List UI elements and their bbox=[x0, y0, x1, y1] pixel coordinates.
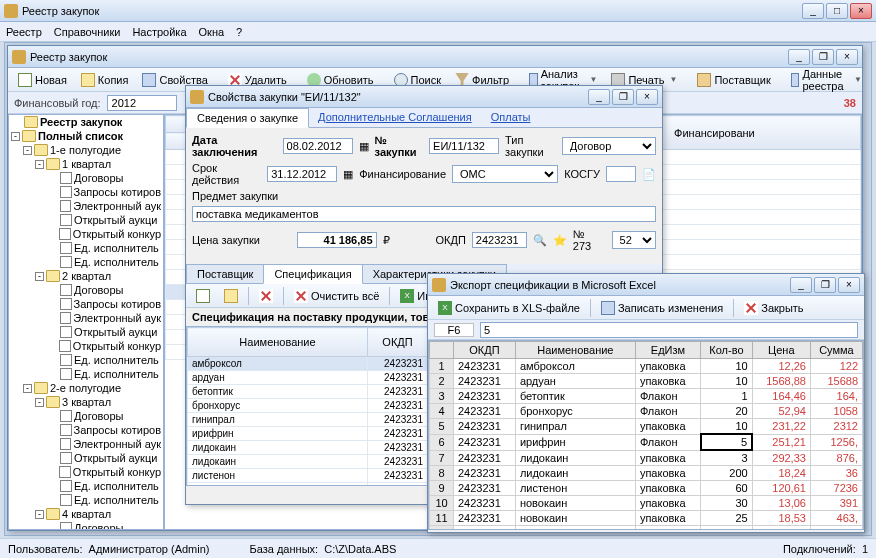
tree-node[interactable]: Ед. исполнитель bbox=[9, 353, 163, 367]
cell-qty[interactable]: 3 bbox=[701, 450, 753, 466]
expand-icon[interactable]: - bbox=[11, 132, 20, 141]
minimize-button[interactable]: _ bbox=[788, 49, 810, 65]
cell-qty[interactable]: 10 bbox=[701, 359, 753, 374]
col-qty[interactable]: Кол-во bbox=[701, 342, 753, 359]
tab-payments[interactable]: Оплаты bbox=[481, 108, 541, 127]
close-button[interactable]: × bbox=[836, 49, 858, 65]
add-row-button[interactable] bbox=[190, 286, 216, 306]
col-okdp[interactable]: ОКДП bbox=[368, 328, 428, 357]
num-input[interactable] bbox=[429, 138, 499, 154]
cell-qty[interactable]: 200 bbox=[701, 466, 753, 481]
expand-icon[interactable]: - bbox=[35, 160, 44, 169]
cell-qty[interactable]: 25 bbox=[701, 511, 753, 526]
supplier-button[interactable]: Поставщик bbox=[691, 70, 776, 90]
formula-input[interactable] bbox=[480, 322, 858, 338]
tree-node[interactable]: -1-е полугодие bbox=[9, 143, 163, 157]
col-name[interactable]: Наименование bbox=[188, 328, 368, 357]
tab-addendums[interactable]: Дополнительные Соглашения bbox=[308, 108, 482, 127]
row-header[interactable]: 9 bbox=[430, 481, 454, 496]
tab-supplier[interactable]: Поставщик bbox=[186, 264, 264, 283]
tree-node[interactable]: -Полный список bbox=[9, 129, 163, 143]
col-name[interactable]: Наименование bbox=[515, 342, 635, 359]
tab-spec[interactable]: Спецификация bbox=[263, 264, 362, 284]
tree-node[interactable]: Электронный аук bbox=[9, 311, 163, 325]
col-rownum[interactable] bbox=[430, 342, 454, 359]
table-row[interactable]: 42423231бронхорусФлакон2052,941058 bbox=[430, 404, 863, 419]
maximize-button[interactable]: □ bbox=[826, 3, 848, 19]
menu-windows[interactable]: Окна bbox=[199, 26, 225, 38]
clear-all-button[interactable]: Очистить всё bbox=[288, 286, 385, 306]
tree-node[interactable]: Ед. исполнитель bbox=[9, 479, 163, 493]
table-row[interactable]: 72423231лидокаинупаковка3292,33876, bbox=[430, 450, 863, 466]
menu-registry[interactable]: Реестр bbox=[6, 26, 42, 38]
save-xls-button[interactable]: XСохранить в XLS-файле bbox=[432, 298, 586, 318]
copy-button[interactable]: Копия bbox=[75, 70, 135, 90]
expand-icon[interactable]: - bbox=[35, 510, 44, 519]
close-export-button[interactable]: Закрыть bbox=[738, 298, 809, 318]
cell-qty[interactable]: 10 bbox=[701, 419, 753, 435]
fy-select[interactable] bbox=[107, 95, 177, 111]
close-button[interactable]: × bbox=[838, 277, 860, 293]
tree-node[interactable]: Запросы котиров bbox=[9, 185, 163, 199]
col-price[interactable]: Цена bbox=[752, 342, 810, 359]
row-header[interactable]: 3 bbox=[430, 389, 454, 404]
row-header[interactable]: 2 bbox=[430, 374, 454, 389]
lookup-icon[interactable]: 🔍 bbox=[533, 234, 547, 247]
tree-node[interactable]: Договоры bbox=[9, 409, 163, 423]
expand-icon[interactable]: - bbox=[35, 398, 44, 407]
tree-node[interactable]: Открытый конкур bbox=[9, 339, 163, 353]
tree-node[interactable]: Открытый аукци bbox=[9, 325, 163, 339]
tree-node[interactable]: Договоры bbox=[9, 171, 163, 185]
registry-tree[interactable]: Реестр закупок-Полный список-1-е полугод… bbox=[8, 114, 164, 530]
table-row[interactable]: 112423231новокаинупаковка2518,53463, bbox=[430, 511, 863, 526]
col-sum[interactable]: Сумма bbox=[810, 342, 862, 359]
table-row[interactable]: 102423231новокаинупаковка3013,06391 bbox=[430, 496, 863, 511]
tree-node[interactable]: Реестр закупок bbox=[9, 115, 163, 129]
tab-info[interactable]: Сведения о закупке bbox=[186, 108, 309, 128]
tree-node[interactable]: Электронный аук bbox=[9, 437, 163, 451]
tree-node[interactable]: Договоры bbox=[9, 283, 163, 297]
minimize-button[interactable]: _ bbox=[802, 3, 824, 19]
data-button[interactable]: Данные реестра▼ bbox=[785, 65, 868, 95]
cell-qty[interactable]: 1 bbox=[701, 389, 753, 404]
row-header[interactable]: 7 bbox=[430, 450, 454, 466]
tree-node[interactable]: -4 квартал bbox=[9, 507, 163, 521]
calendar-icon[interactable]: ▦ bbox=[343, 168, 353, 181]
tree-node[interactable]: -3 квартал bbox=[9, 395, 163, 409]
row-header[interactable]: 5 bbox=[430, 419, 454, 435]
tree-node[interactable]: Ед. исполнитель bbox=[9, 493, 163, 507]
col-okdp[interactable]: ОКДП bbox=[454, 342, 516, 359]
cell-qty[interactable]: 20 bbox=[701, 404, 753, 419]
restore-button[interactable]: ❐ bbox=[612, 89, 634, 105]
expand-icon[interactable]: - bbox=[23, 146, 32, 155]
row-header[interactable]: 11 bbox=[430, 511, 454, 526]
tree-node[interactable]: Открытый аукци bbox=[9, 213, 163, 227]
tree-node[interactable]: Ед. исполнитель bbox=[9, 367, 163, 381]
restore-button[interactable]: ❐ bbox=[812, 49, 834, 65]
subj-input[interactable] bbox=[192, 206, 656, 222]
export-grid[interactable]: ОКДП Наименование ЕдИзм Кол-во Цена Сумм… bbox=[428, 340, 864, 530]
minimize-button[interactable]: _ bbox=[588, 89, 610, 105]
delete-row-button[interactable] bbox=[253, 286, 279, 306]
type-select[interactable]: Договор bbox=[562, 137, 656, 155]
menu-ref[interactable]: Справочники bbox=[54, 26, 121, 38]
close-button[interactable]: × bbox=[636, 89, 658, 105]
tree-node[interactable]: Запросы котиров bbox=[9, 423, 163, 437]
cell-ref[interactable]: F6 bbox=[434, 323, 474, 337]
table-row[interactable]: 52423231гинипралупаковка10231,222312 bbox=[430, 419, 863, 435]
expand-icon[interactable]: - bbox=[35, 272, 44, 281]
menu-help[interactable]: ? bbox=[236, 26, 242, 38]
row-header[interactable]: 6 bbox=[430, 434, 454, 450]
cell-qty[interactable]: 30 bbox=[701, 496, 753, 511]
table-row[interactable]: 32423231бетоптикФлакон1164,46164, bbox=[430, 389, 863, 404]
tree-node[interactable]: Договоры bbox=[9, 521, 163, 530]
menu-settings[interactable]: Настройка bbox=[132, 26, 186, 38]
srok-input[interactable] bbox=[267, 166, 337, 182]
tree-node[interactable]: Ед. исполнитель bbox=[9, 241, 163, 255]
cell-qty[interactable]: 50 bbox=[701, 526, 753, 531]
tree-node[interactable]: Открытый аукци bbox=[9, 451, 163, 465]
close-button[interactable]: × bbox=[850, 3, 872, 19]
cell-qty[interactable]: 60 bbox=[701, 481, 753, 496]
copy-row-button[interactable] bbox=[218, 286, 244, 306]
row-header[interactable]: 8 bbox=[430, 466, 454, 481]
